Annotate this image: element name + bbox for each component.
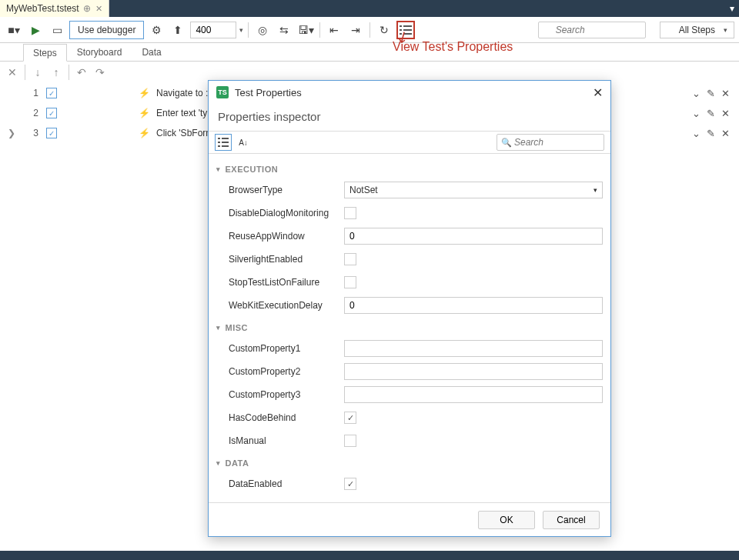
- active-tab[interactable]: MyWebTest.tstest ⊕ ✕: [0, 0, 109, 17]
- all-steps-label: All Steps: [679, 25, 715, 35]
- step-description: Enter text 'typ: [156, 108, 212, 118]
- dialog-buttons: OK Cancel: [209, 502, 610, 536]
- gear-icon[interactable]: ⚙: [147, 21, 166, 39]
- undo-icon[interactable]: ↶: [74, 65, 89, 80]
- prop-label: CustomProperty1: [229, 343, 344, 354]
- lightning-icon: ⚡: [139, 108, 150, 118]
- svg-rect-10: [218, 145, 220, 147]
- tabstrip-menu-icon[interactable]: ▾: [725, 0, 739, 17]
- prop-row-browsertype: BrowserType NotSet: [216, 178, 603, 202]
- tab-storyboard[interactable]: Storyboard: [67, 43, 132, 61]
- move-up-icon[interactable]: ↑: [48, 65, 64, 80]
- enable-step-checkbox[interactable]: ✓: [46, 128, 57, 138]
- indent-icon[interactable]: ⇥: [346, 21, 365, 39]
- delay-input[interactable]: [190, 22, 236, 38]
- disk-icon[interactable]: 🖫▾: [296, 21, 315, 39]
- edit-step-icon[interactable]: ✎: [707, 88, 715, 99]
- silverlight-checkbox[interactable]: [344, 253, 356, 265]
- row-number: 2: [23, 108, 42, 118]
- ismanual-checkbox[interactable]: [344, 435, 356, 447]
- custom2-input[interactable]: [344, 363, 603, 380]
- browser-button[interactable]: ▭: [48, 21, 66, 39]
- prop-label: BrowserType: [229, 185, 344, 195]
- custom1-input[interactable]: [344, 340, 603, 357]
- cancel-button[interactable]: Cancel: [543, 511, 600, 529]
- prop-label: ReuseAppWindow: [229, 231, 344, 242]
- refresh-nodes-icon[interactable]: ⇆: [275, 21, 293, 39]
- tab-data[interactable]: Data: [132, 43, 171, 61]
- svg-rect-8: [218, 142, 220, 143]
- status-bar: [0, 551, 739, 560]
- dialog-subtitle: Properties inspector: [209, 104, 610, 131]
- properties-toolbar: A↓: [209, 131, 610, 154]
- all-steps-dropdown[interactable]: All Steps: [660, 22, 734, 38]
- svg-rect-7: [222, 138, 229, 139]
- view-tabs: Steps Storyboard Data: [0, 43, 739, 62]
- prop-row-custom3: CustomProperty3: [216, 383, 603, 406]
- edit-step-icon[interactable]: ✎: [707, 128, 715, 139]
- delete-step-icon[interactable]: ✕: [5, 65, 20, 80]
- stoptestlist-checkbox[interactable]: [344, 276, 356, 288]
- record-button[interactable]: ■▾: [5, 21, 23, 39]
- reuseapp-input[interactable]: [344, 228, 603, 245]
- delete-step-icon[interactable]: ✕: [721, 108, 730, 119]
- pin-icon[interactable]: ⊕: [83, 3, 91, 14]
- test-properties-dialog: TS Test Properties ✕ Properties inspecto…: [208, 80, 611, 537]
- custom3-input[interactable]: [344, 386, 603, 403]
- search-input[interactable]: [538, 22, 646, 38]
- dataenabled-checkbox[interactable]: ✓: [344, 478, 356, 490]
- ok-button[interactable]: OK: [478, 511, 535, 529]
- svg-rect-5: [403, 33, 412, 35]
- chevron-down-icon[interactable]: ⌄: [692, 108, 701, 119]
- test-properties-button[interactable]: [396, 21, 415, 39]
- svg-rect-4: [400, 33, 402, 35]
- step-description: Navigate to :: [156, 88, 208, 98]
- delay-caret-icon[interactable]: ▾: [239, 26, 243, 34]
- prop-row-webkit: WebKitExecutionDelay: [216, 294, 603, 317]
- outdent-icon[interactable]: ⇤: [325, 21, 343, 39]
- prop-row-reuseapp: ReuseAppWindow: [216, 225, 603, 248]
- properties-search-input[interactable]: [497, 134, 604, 151]
- lightning-icon: ⚡: [139, 128, 150, 138]
- close-dialog-icon[interactable]: ✕: [593, 85, 603, 100]
- chevron-down-icon[interactable]: ⌄: [692, 88, 701, 99]
- move-down-icon[interactable]: ↓: [30, 65, 45, 80]
- category-execution[interactable]: ▾EXECUTION: [216, 158, 603, 178]
- category-misc[interactable]: ▾MISC: [216, 317, 603, 337]
- prop-row-ismanual: IsManual: [216, 429, 603, 452]
- prop-row-hascodebehind: HasCodeBehind ✓: [216, 406, 603, 429]
- categorized-view-icon[interactable]: [215, 134, 232, 151]
- row-number: 1: [23, 88, 42, 98]
- tab-title: MyWebTest.tstest: [6, 3, 79, 14]
- enable-step-checkbox[interactable]: ✓: [46, 88, 57, 98]
- prop-row-disabledialog: DisableDialogMonitoring: [216, 202, 603, 225]
- prop-label: WebKitExecutionDelay: [229, 300, 344, 311]
- prop-label: DisableDialogMonitoring: [229, 208, 344, 218]
- prop-label: StopTestListOnFailure: [229, 277, 344, 288]
- webkit-input[interactable]: [344, 297, 603, 314]
- chevron-down-icon[interactable]: ⌄: [692, 128, 701, 139]
- disabledialog-checkbox[interactable]: [344, 207, 356, 219]
- alphabetical-view-icon[interactable]: A↓: [235, 134, 252, 151]
- category-data[interactable]: ▾DATA: [216, 452, 603, 472]
- delete-step-icon[interactable]: ✕: [721, 128, 730, 139]
- upload-icon[interactable]: ⬆: [169, 21, 187, 39]
- lightning-icon: ⚡: [139, 88, 150, 98]
- enable-step-checkbox[interactable]: ✓: [46, 108, 57, 118]
- play-button[interactable]: ▶: [26, 21, 45, 39]
- prop-row-custom1: CustomProperty1: [216, 337, 603, 360]
- browsertype-select[interactable]: NotSet: [344, 182, 603, 198]
- target-icon[interactable]: ◎: [253, 21, 272, 39]
- svg-rect-0: [400, 25, 402, 27]
- reload-icon[interactable]: ↻: [375, 21, 393, 39]
- edit-step-icon[interactable]: ✎: [707, 108, 715, 119]
- main-toolbar: ■▾ ▶ ▭ Use debugger ⚙ ⬆ ▾ ◎ ⇆ 🖫▾ ⇤ ⇥ ↻ A…: [0, 17, 739, 43]
- expand-step-icon[interactable]: ❯: [0, 128, 23, 138]
- hascodebehind-checkbox[interactable]: ✓: [344, 412, 356, 424]
- close-tab-icon[interactable]: ✕: [95, 4, 102, 14]
- redo-icon[interactable]: ↷: [92, 65, 108, 80]
- delete-step-icon[interactable]: ✕: [721, 88, 730, 99]
- prop-label: HasCodeBehind: [229, 412, 344, 423]
- tab-steps[interactable]: Steps: [23, 44, 67, 62]
- debugger-dropdown[interactable]: Use debugger: [69, 21, 144, 39]
